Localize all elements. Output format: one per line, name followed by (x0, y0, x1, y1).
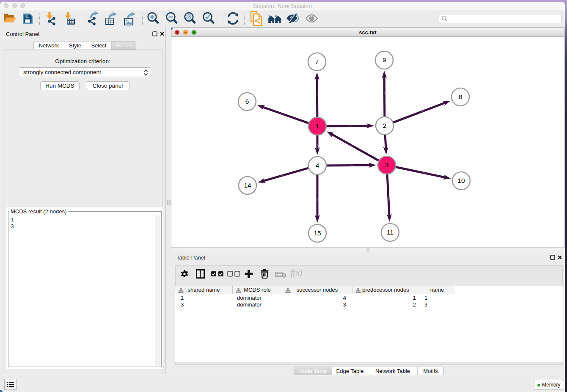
svg-text:8: 8 (459, 93, 462, 100)
svg-text:14: 14 (244, 182, 251, 189)
svg-text:1: 1 (316, 122, 319, 130)
svg-text:7: 7 (315, 58, 319, 65)
svg-text:11: 11 (387, 229, 394, 236)
svg-text:15: 15 (314, 229, 321, 237)
svg-text:9: 9 (383, 56, 386, 63)
svg-text:4: 4 (316, 162, 319, 169)
svg-text:3: 3 (385, 161, 389, 168)
svg-text:6: 6 (245, 98, 249, 105)
svg-text:10: 10 (457, 177, 465, 184)
svg-text:2: 2 (383, 122, 387, 129)
